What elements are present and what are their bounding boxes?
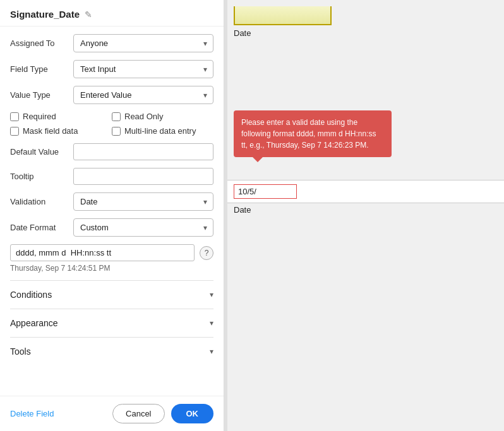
- error-message-text: Please enter a valid date using the foll…: [241, 118, 376, 150]
- maskfield-checkbox-item: Mask field data: [10, 126, 112, 136]
- tools-header[interactable]: Tools ▾: [10, 338, 213, 365]
- assigned-to-row: Assigned To Anyone Specific User Group: [10, 34, 213, 52]
- default-value-label: Default Value: [10, 147, 73, 156]
- maskfield-checkbox[interactable]: [10, 127, 19, 136]
- panel-title: Signature_Date: [10, 9, 80, 20]
- field-type-label: Field Type: [10, 64, 73, 74]
- readonly-checkbox-item: Read Only: [112, 112, 213, 121]
- default-value-input[interactable]: [73, 143, 213, 160]
- field-type-row: Field Type Text Input Checkbox Dropdown …: [10, 60, 213, 78]
- panel-body: Assigned To Anyone Specific User Group F…: [0, 27, 224, 396]
- ok-button[interactable]: OK: [171, 404, 214, 423]
- validation-select[interactable]: Date Number Text Email: [73, 192, 213, 211]
- tooltip-label: Tooltip: [10, 172, 73, 181]
- required-checkbox[interactable]: [10, 112, 19, 121]
- document-area: Date Please enter a valid date using the…: [227, 0, 504, 431]
- tools-chevron: ▾: [210, 347, 213, 356]
- multiline-label: Multi-line data entry: [124, 126, 196, 136]
- validation-label: Validation: [10, 197, 73, 206]
- doc-input-row: [227, 180, 504, 203]
- conditions-section: Conditions ▾: [10, 280, 213, 309]
- multiline-checkbox-item: Multi-line data entry: [112, 126, 213, 136]
- assigned-to-select[interactable]: Anyone Specific User Group: [73, 34, 213, 52]
- field-type-select[interactable]: Text Input Checkbox Dropdown Date: [73, 60, 213, 78]
- conditions-label: Conditions: [10, 290, 52, 300]
- doc-date-label: Date: [234, 28, 251, 38]
- value-type-wrapper: Entered Value Calculated Value Fixed Val…: [73, 86, 213, 104]
- help-button[interactable]: ?: [200, 246, 213, 260]
- tooltip-input[interactable]: [73, 168, 213, 185]
- readonly-checkbox[interactable]: [112, 112, 121, 121]
- value-type-select[interactable]: Entered Value Calculated Value Fixed Val…: [73, 86, 213, 104]
- date-format-custom-input[interactable]: [10, 244, 195, 261]
- error-tooltip: Please enter a valid date using the foll…: [234, 110, 392, 157]
- readonly-label: Read Only: [124, 112, 163, 121]
- tooltip-row: Tooltip: [10, 168, 213, 185]
- checkbox-grid: Required Read Only Mask field data Multi…: [10, 112, 213, 136]
- default-value-control: [73, 143, 213, 160]
- conditions-chevron: ▾: [210, 290, 213, 299]
- date-format-input-row: ?: [10, 244, 213, 261]
- tools-label: Tools: [10, 346, 31, 357]
- date-input-field[interactable]: [234, 184, 297, 199]
- date-format-wrapper: Custom MM/DD/YYYY DD/MM/YYYY YYYY-MM-DD: [73, 218, 213, 237]
- date-preview-text: Thursday, Sep 7 14:24:51 PM: [10, 264, 213, 273]
- validation-row: Validation Date Number Text Email: [10, 192, 213, 211]
- required-checkbox-item: Required: [10, 112, 112, 121]
- default-value-row: Default Value: [10, 143, 213, 160]
- assigned-to-wrapper: Anyone Specific User Group: [73, 34, 213, 52]
- cancel-button[interactable]: Cancel: [112, 404, 164, 423]
- appearance-header[interactable]: Appearance ▾: [10, 309, 213, 337]
- field-type-wrapper: Text Input Checkbox Dropdown Date: [73, 60, 213, 78]
- panel-header: Signature_Date ✎: [0, 0, 224, 27]
- field-highlight: [234, 6, 332, 25]
- footer-buttons: Cancel OK: [112, 404, 213, 423]
- date-format-label: Date Format: [10, 223, 73, 232]
- appearance-section: Appearance ▾: [10, 309, 213, 337]
- validation-wrapper: Date Number Text Email: [73, 192, 213, 211]
- date-format-select[interactable]: Custom MM/DD/YYYY DD/MM/YYYY YYYY-MM-DD: [73, 218, 213, 237]
- settings-panel: Signature_Date ✎ Assigned To Anyone Spec…: [0, 0, 224, 431]
- tooltip-control: [73, 168, 213, 185]
- conditions-header[interactable]: Conditions ▾: [10, 281, 213, 309]
- doc-date-label2: Date: [234, 205, 251, 215]
- value-type-row: Value Type Entered Value Calculated Valu…: [10, 86, 213, 104]
- delete-field-button[interactable]: Delete Field: [10, 409, 54, 418]
- multiline-checkbox[interactable]: [112, 127, 121, 136]
- panel-footer: Delete Field Cancel OK: [0, 396, 224, 431]
- edit-icon[interactable]: ✎: [85, 9, 92, 20]
- appearance-chevron: ▾: [210, 319, 213, 328]
- appearance-label: Appearance: [10, 318, 58, 328]
- date-format-preview-section: ? Thursday, Sep 7 14:24:51 PM: [10, 244, 213, 273]
- date-format-row: Date Format Custom MM/DD/YYYY DD/MM/YYYY…: [10, 218, 213, 237]
- maskfield-label: Mask field data: [23, 126, 78, 136]
- value-type-label: Value Type: [10, 90, 73, 100]
- assigned-to-label: Assigned To: [10, 38, 73, 48]
- tools-section: Tools ▾: [10, 337, 213, 365]
- required-label: Required: [23, 112, 56, 121]
